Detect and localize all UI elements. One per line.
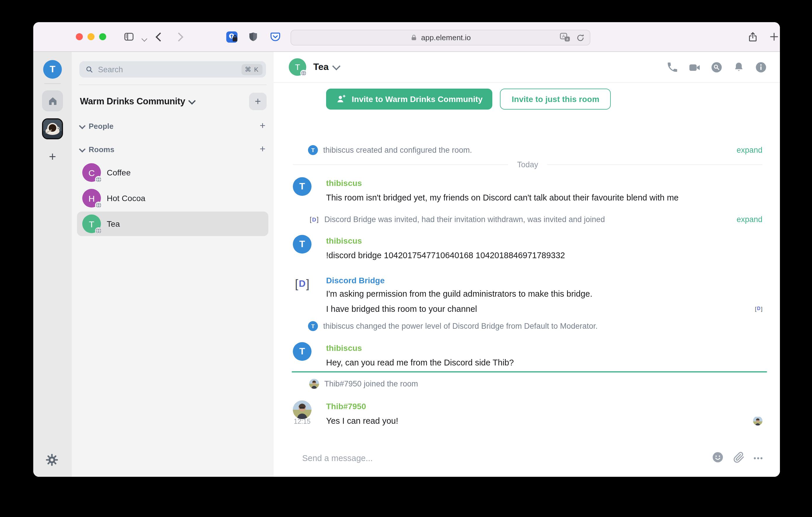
message-text: I have bridged this room to your channel	[326, 304, 477, 313]
add-room-button[interactable]: +	[260, 143, 265, 155]
room-avatar-letter: T	[295, 62, 300, 72]
room-avatar: T	[82, 214, 101, 233]
video-call-icon[interactable]	[688, 61, 701, 73]
invite-primary-label: Invite to Warm Drinks Community	[352, 94, 483, 104]
add-space-button[interactable]: +	[33, 149, 72, 165]
event-bridge-invited: [D] Discord Bridge was invited, had thei…	[273, 213, 780, 225]
sender-name[interactable]: thibiscus	[326, 177, 762, 189]
message-composer[interactable]: Send a message... •••	[273, 444, 780, 472]
url-text: app.element.io	[421, 33, 471, 42]
section-people[interactable]: People +	[80, 120, 265, 132]
section-label: People	[89, 122, 113, 130]
message-thibiscus-2: T thibiscus !discord bridge 104201754771…	[273, 235, 780, 262]
invite-secondary-label: Invite to just this room	[512, 94, 599, 104]
room-avatar: H	[82, 189, 101, 208]
search-shortcut-badge: ⌘ K	[241, 64, 262, 75]
more-options-icon[interactable]: •••	[754, 454, 763, 462]
event-thib-joined: Thib#7950 joined the room	[273, 377, 780, 390]
read-receipt-avatar[interactable]	[753, 416, 762, 425]
avatar[interactable]: T	[293, 235, 312, 253]
chevron-down-icon[interactable]	[332, 62, 341, 70]
divider	[79, 85, 267, 85]
new-tab-icon[interactable]	[768, 30, 780, 43]
password-manager-extension-icon[interactable]	[225, 30, 238, 43]
sender-name[interactable]: Thib#7950	[326, 400, 762, 412]
message-thib-7950: 12:15 Thib#7950 Yes I can read you!	[273, 400, 780, 428]
sender-name[interactable]: Discord Bridge	[326, 275, 762, 286]
room-item-hot-cocoa[interactable]: H Hot Cocoa	[77, 186, 268, 210]
home-icon	[47, 95, 58, 107]
avatar[interactable]: T	[293, 177, 312, 196]
avatar[interactable]: T	[293, 342, 312, 361]
room-header-avatar[interactable]: T	[289, 58, 306, 76]
photo-avatar	[309, 378, 319, 389]
browser-toolbar: app.element.io A a	[33, 22, 780, 52]
community-name: Warm Drinks Community	[80, 96, 185, 107]
room-header: T Tea	[273, 52, 780, 83]
back-icon[interactable]	[153, 30, 166, 43]
voice-call-icon[interactable]	[666, 61, 678, 73]
expand-link[interactable]: expand	[736, 145, 762, 154]
room-name: Hot Cocoa	[107, 193, 145, 203]
discord-avatar: [D]	[309, 214, 319, 224]
sender-name[interactable]: thibiscus	[326, 235, 762, 247]
sidebar-menu-chevron-icon[interactable]	[138, 32, 150, 45]
settings-button[interactable]	[44, 452, 59, 467]
share-icon[interactable]	[746, 30, 759, 43]
event-power-level: T thibiscus changed the power level of D…	[273, 320, 780, 332]
section-rooms[interactable]: Rooms +	[80, 143, 265, 156]
user-avatar[interactable]: T	[43, 60, 62, 79]
room-avatar-letter: H	[88, 193, 95, 203]
space-avatar-warm-drinks[interactable]	[42, 118, 63, 139]
photo-avatar[interactable]	[293, 400, 312, 419]
room-info-icon[interactable]	[755, 61, 767, 73]
room-search-icon[interactable]	[710, 61, 723, 73]
chat-area: T Tea	[273, 52, 780, 477]
room-name: Coffee	[107, 168, 130, 177]
forward-icon[interactable]	[172, 30, 185, 43]
event-text: thibiscus changed the power level of Dis…	[323, 322, 598, 330]
add-people-button[interactable]: +	[260, 120, 265, 132]
address-bar[interactable]: app.element.io A a	[290, 30, 590, 45]
community-header[interactable]: Warm Drinks Community +	[80, 93, 267, 110]
expand-link[interactable]: expand	[736, 215, 762, 223]
svg-text:A: A	[562, 34, 565, 38]
shield-extension-icon[interactable]	[247, 30, 260, 43]
user-add-icon	[336, 94, 347, 104]
composer-placeholder: Send a message...	[302, 453, 712, 463]
sidebar-toggle-icon[interactable]	[122, 30, 135, 43]
pocket-extension-icon[interactable]	[269, 30, 282, 43]
read-receipt-discord[interactable]: [D]	[755, 301, 762, 316]
reload-icon[interactable]	[576, 33, 585, 44]
space-bar: T	[33, 52, 72, 477]
close-window-button[interactable]	[76, 33, 83, 40]
room-item-coffee[interactable]: C Coffee	[77, 160, 268, 185]
community-add-button[interactable]: +	[249, 93, 267, 110]
event-text: Discord Bridge was invited, had their in…	[324, 215, 605, 223]
browser-window: app.element.io A a	[33, 22, 780, 477]
room-name: Tea	[107, 219, 120, 229]
invite-to-community-button[interactable]: Invite to Warm Drinks Community	[326, 89, 493, 110]
globe-badge-icon	[94, 227, 103, 235]
zoom-window-button[interactable]	[99, 33, 106, 40]
room-avatar-letter: C	[88, 168, 95, 178]
notifications-icon[interactable]	[733, 61, 745, 73]
globe-badge-icon	[300, 69, 308, 78]
room-item-tea[interactable]: T Tea	[77, 212, 268, 236]
message-discord-bridge: [D] Discord Bridge I'm asking permission…	[273, 275, 780, 316]
emoji-icon[interactable]	[712, 451, 724, 465]
minimize-window-button[interactable]	[87, 33, 94, 40]
discord-avatar[interactable]: [D]	[293, 275, 312, 293]
home-button[interactable]	[42, 90, 63, 111]
unread-marker	[292, 371, 767, 372]
room-list-panel: Search ⌘ K Warm Drinks Community + Peopl…	[72, 52, 273, 477]
room-title[interactable]: Tea	[313, 62, 329, 72]
invite-to-room-button[interactable]: Invite to just this room	[500, 89, 611, 110]
attachment-icon[interactable]	[733, 451, 745, 465]
gear-icon	[44, 452, 59, 467]
svg-text:a: a	[566, 37, 568, 41]
chevron-down-icon	[79, 146, 86, 153]
sender-name[interactable]: thibiscus	[326, 342, 762, 354]
translate-icon[interactable]: A a	[559, 31, 571, 46]
search-input[interactable]: Search ⌘ K	[79, 61, 266, 78]
